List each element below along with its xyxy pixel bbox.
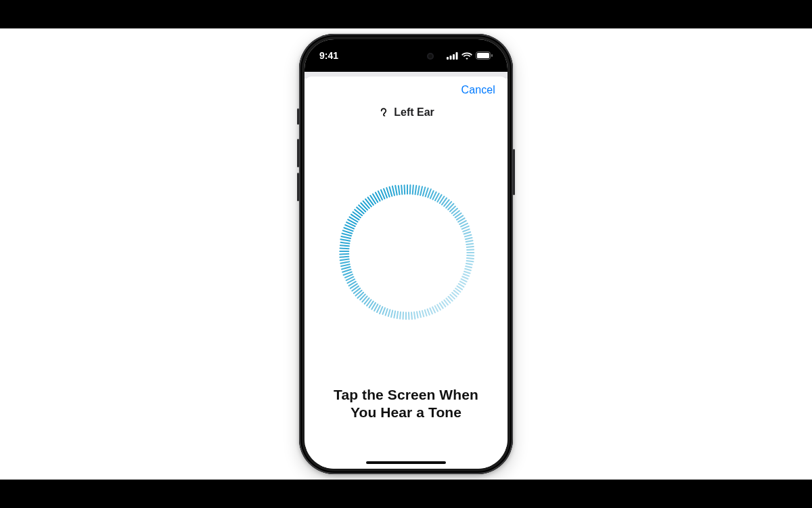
svg-rect-2 <box>453 54 455 60</box>
dynamic-island <box>374 47 438 65</box>
front-camera-icon <box>427 53 434 60</box>
side-button <box>513 149 515 195</box>
cancel-button[interactable]: Cancel <box>461 84 495 96</box>
cellular-icon <box>447 52 458 60</box>
ear-indicator: Left Ear <box>304 106 508 119</box>
svg-rect-1 <box>450 56 452 60</box>
status-indicators <box>447 51 493 60</box>
wifi-icon <box>461 52 472 60</box>
iphone-device-frame: 9:41 <box>299 34 513 474</box>
stage: 9:41 <box>0 28 812 480</box>
tap-area[interactable] <box>304 119 508 386</box>
left-ear-icon <box>378 107 388 118</box>
svg-rect-6 <box>491 54 493 57</box>
sheet-header: Cancel <box>304 77 508 104</box>
volume-down-button <box>297 173 299 201</box>
tone-ring <box>338 184 474 320</box>
svg-rect-5 <box>477 53 489 58</box>
volume-up-button <box>297 139 299 167</box>
phone-screen: 9:41 <box>304 39 508 469</box>
letterbox-top <box>0 0 812 28</box>
svg-rect-3 <box>456 52 458 60</box>
battery-icon <box>476 51 493 60</box>
ear-label: Left Ear <box>394 106 434 119</box>
status-time: 9:41 <box>319 50 338 61</box>
hearing-test-sheet: Cancel Left Ear Tap the Screen When You … <box>304 77 508 469</box>
home-indicator[interactable] <box>366 461 446 464</box>
silence-switch <box>297 108 299 125</box>
letterbox-bottom <box>0 480 812 508</box>
svg-rect-0 <box>447 57 449 60</box>
instruction-text: Tap the Screen When You Hear a Tone <box>304 386 508 422</box>
